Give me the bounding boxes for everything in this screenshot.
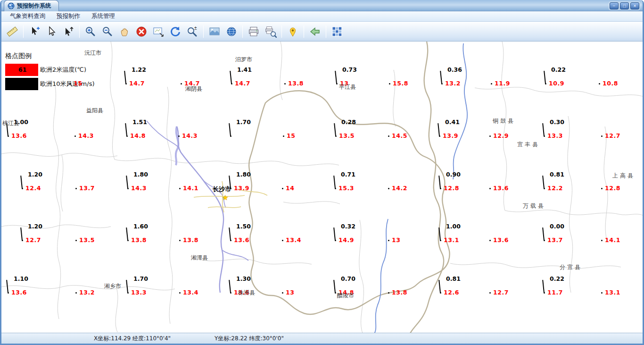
toolbar-separator <box>242 25 243 38</box>
restore-button[interactable]: □ <box>620 2 629 9</box>
window-title-tab: 预报制作系统 <box>4 0 59 11</box>
select-plus-button[interactable] <box>26 24 42 40</box>
toolbar-separator <box>23 25 24 38</box>
legend-item-windspeed: 欧洲10米风速(m/s) <box>5 77 95 90</box>
legend-title: 格点图例 <box>5 52 95 60</box>
zoom-in-button[interactable] <box>83 24 99 40</box>
status-y-coordinate: Y坐标:28.22 纬度:30°0'0" <box>215 333 284 344</box>
refresh-icon <box>169 25 182 38</box>
zoom-in-icon <box>84 25 97 38</box>
toolbar-separator <box>281 25 282 38</box>
minimize-icon: − <box>613 3 616 8</box>
menu-weather-data-query[interactable]: 气象资料查询 <box>5 11 50 21</box>
menu-forecast-production[interactable]: 预报制作 <box>52 11 85 21</box>
toolbar-separator <box>79 25 80 38</box>
measure-icon <box>6 25 18 38</box>
window-title: 预报制作系统 <box>17 2 51 10</box>
select-icon <box>45 25 58 38</box>
title-bar[interactable]: 预报制作系统 − □ × <box>1 0 643 11</box>
clear-icon <box>135 25 148 38</box>
close-icon: × <box>634 3 636 8</box>
app-window: 预报制作系统 − □ × 气象资料查询 预报制作 系统管理 ± <box>0 0 644 345</box>
placemark-button[interactable] <box>285 24 301 40</box>
export-map-icon <box>152 25 165 38</box>
map-area[interactable]: 151.2214.714.71.4114.713.80.731315.80.36… <box>1 42 643 333</box>
menu-bar: 气象资料查询 预报制作 系统管理 <box>1 11 643 22</box>
restore-icon: □ <box>623 3 626 8</box>
window-controls: − □ × <box>609 1 640 10</box>
toolbar-separator <box>203 25 204 38</box>
print-preview-icon <box>264 25 277 38</box>
legend-windspeed-label: 欧洲10米风速(m/s) <box>40 80 95 88</box>
pan-button[interactable] <box>116 24 132 40</box>
toolbar-separator <box>326 25 326 38</box>
identify-button[interactable]: ± <box>184 24 200 40</box>
grid-button[interactable] <box>329 24 345 40</box>
close-button[interactable]: × <box>630 2 639 9</box>
zoom-out-button[interactable] <box>99 24 116 40</box>
grid-icon <box>331 25 343 38</box>
image-icon <box>208 25 221 38</box>
back-icon <box>309 25 321 38</box>
export-map-button[interactable] <box>150 24 166 40</box>
globe-button[interactable] <box>223 24 239 40</box>
select-plus-icon <box>28 25 41 38</box>
status-bar: X坐标:114.29 经度:110°0'4" Y坐标:28.22 纬度:30°0… <box>1 333 643 344</box>
legend-temperature-label: 欧洲2米温度(℃) <box>40 66 86 74</box>
print-preview-button[interactable] <box>263 24 279 40</box>
select-button[interactable] <box>43 24 59 40</box>
zoom-out-icon <box>101 25 114 38</box>
select-up-icon <box>62 25 74 38</box>
svg-text:±: ± <box>194 25 197 31</box>
map-canvas <box>1 42 643 333</box>
capital-star-icon: ★ <box>222 194 228 202</box>
clear-button[interactable] <box>133 24 149 40</box>
select-up-button[interactable] <box>60 24 76 40</box>
print-button[interactable] <box>246 24 262 40</box>
refresh-button[interactable] <box>167 24 183 40</box>
pan-icon <box>118 25 131 38</box>
identify-icon: ± <box>186 25 198 38</box>
image-button[interactable] <box>206 24 223 40</box>
back-button[interactable] <box>307 24 323 40</box>
print-icon <box>248 25 260 38</box>
status-x-coordinate: X坐标:114.29 经度:110°0'4" <box>94 333 171 344</box>
toolbar-separator <box>304 25 304 38</box>
app-icon <box>8 2 15 9</box>
windspeed-swatch <box>5 78 38 90</box>
toolbar: ± <box>1 22 643 42</box>
minimize-button[interactable]: − <box>610 2 619 9</box>
placemark-icon <box>287 25 299 38</box>
obscured-wind-value: 61 <box>18 66 26 73</box>
globe-icon <box>225 25 238 38</box>
menu-system-management[interactable]: 系统管理 <box>87 11 120 21</box>
measure-button[interactable] <box>4 24 20 40</box>
